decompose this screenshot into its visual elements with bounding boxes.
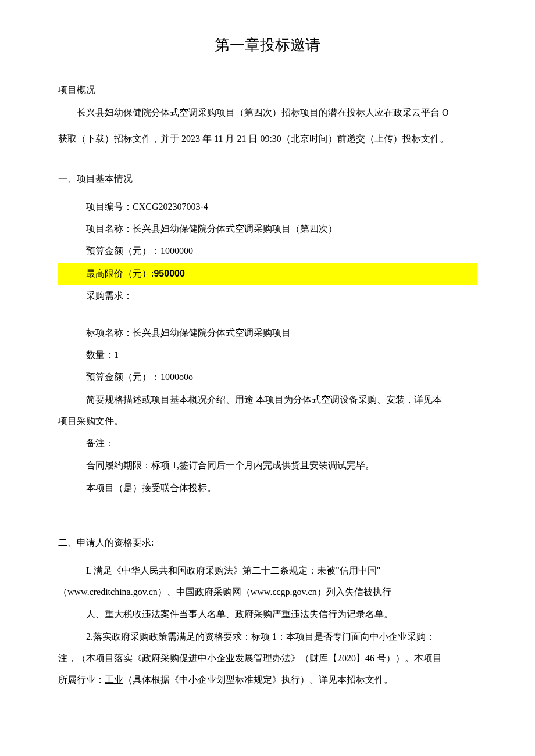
section1-heading: 一、项目基本情况: [58, 173, 477, 185]
project-name-label: 项目名称：: [86, 224, 133, 234]
project-no-label: 项目编号：: [86, 202, 133, 212]
spacer2: [58, 499, 477, 514]
budget2-value: 1000o0o: [160, 372, 193, 382]
qty-row: 数量：1: [58, 344, 477, 366]
contract-text: 标项 1,签订合同后一个月内完成供货且安装调试完毕。: [151, 460, 374, 470]
project-name-value: 长兴县妇幼保健院分体式空调采购项目（第四次）: [133, 224, 337, 234]
budget-label: 预算金额（元）：: [86, 246, 160, 256]
req2-industry: 工业: [105, 675, 123, 685]
contract-row: 合同履约期限：标项 1,签订合同后一个月内完成供货且安装调试完毕。: [58, 454, 477, 476]
max-price-value: 950000: [154, 268, 184, 278]
req1-line2: （www.creditchina.gov.cn）、中国政府采购网（www.ccg…: [58, 582, 477, 603]
max-price-label: 最高限价（元）:: [86, 268, 154, 278]
overview-heading: 项目概况: [58, 84, 477, 96]
req2-line3b: （具体根据《中小企业划型标准规定》执行）。详见本招标文件。: [123, 675, 393, 685]
lot-name-label: 标项名称：: [86, 328, 133, 338]
project-name-row: 项目名称：长兴县妇幼保健院分体式空调采购项目（第四次）: [58, 218, 477, 240]
qty-label: 数量：: [86, 350, 114, 360]
remark-row: 备注：: [58, 432, 477, 454]
requirement-row: 采购需求：: [58, 285, 477, 307]
lot-name-value: 长兴县妇幼保健院分体式空调采购项目: [133, 328, 291, 338]
req2-line3: 所属行业：工业（具体根据《中小企业划型标准规定》执行）。详见本招标文件。: [58, 669, 477, 691]
spec-line1: 简要规格描述或项目基本概况介绍、用途 本项目为分体式空调设备采购、安装，详见本: [58, 389, 477, 411]
consortium-row: 本项目（是）接受联合体投标。: [58, 477, 477, 499]
req1-line1: L 满足《中华人民共和国政府采购法》第二十二条规定；未被"信用中国": [58, 560, 477, 582]
req2-line1: 2.落实政府采购政策需满足的资格要求：标项 1：本项目是否专门面向中小企业采购：: [58, 626, 477, 648]
document-page: 第一章投标邀请 项目概况 长兴县妇幼保健院分体式空调采购项目（第四次）招标项目的…: [0, 0, 535, 714]
project-no-value: CXCG202307003-4: [133, 202, 208, 212]
chapter-title: 第一章投标邀请: [58, 35, 477, 55]
qty-value: 1: [114, 350, 119, 360]
lot-name-row: 标项名称：长兴县妇幼保健院分体式空调采购项目: [58, 322, 477, 344]
budget2-row: 预算金额（元）：1000o0o: [58, 366, 477, 388]
section2-heading: 二、申请人的资格要求:: [58, 537, 477, 549]
contract-label: 合同履约期限：: [86, 460, 151, 470]
project-no-row: 项目编号：CXCG202307003-4: [58, 196, 477, 218]
spec-line2: 项目采购文件。: [58, 411, 477, 432]
req2-line2: 注，（本项目落实《政府采购促进中小企业发展管理办法》（财库【2020】46 号）…: [58, 648, 477, 669]
req2-line3a: 所属行业：: [58, 675, 105, 685]
budget-row: 预算金额（元）：1000000: [58, 240, 477, 262]
overview-para1: 长兴县妇幼保健院分体式空调采购项目（第四次）招标项目的潜在投标人应在政采云平台 …: [58, 102, 477, 124]
max-price-row: 最高限价（元）:950000: [58, 263, 477, 285]
req1-line3: 人、重大税收违法案件当事人名单、政府采购严重违法失信行为记录名单。: [58, 603, 477, 625]
spacer: [58, 307, 477, 322]
overview-para2: 获取（下载）招标文件，并于 2023 年 11 月 21 日 09:30（北京时…: [58, 128, 477, 150]
budget-value: 1000000: [160, 246, 193, 256]
budget2-label: 预算金额（元）：: [86, 372, 160, 382]
